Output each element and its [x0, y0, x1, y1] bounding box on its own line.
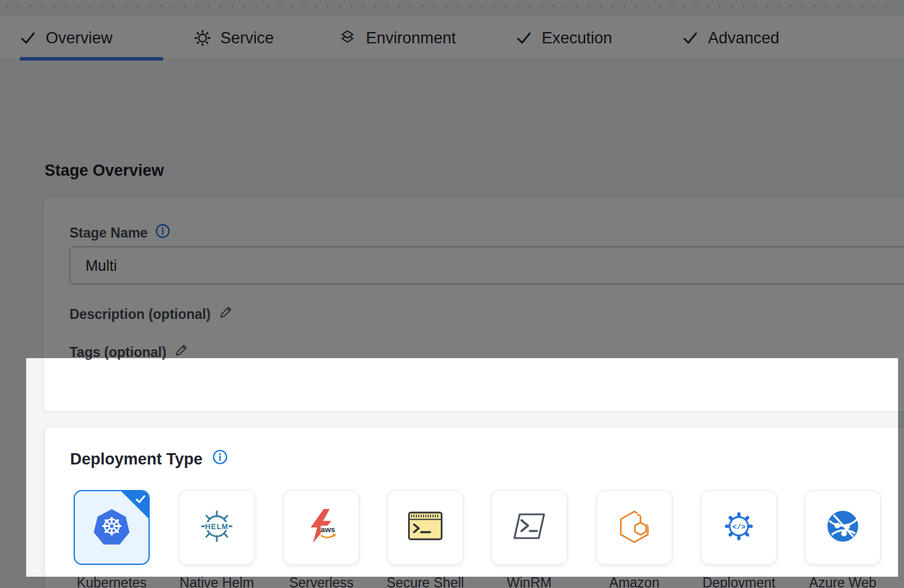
deployment-template-icon: </>: [720, 508, 757, 547]
stage-name-label: Stage Name: [69, 225, 148, 241]
tile-label-winrm: WinRM: [490, 574, 568, 588]
tab-overview[interactable]: Overview: [20, 17, 113, 59]
winrm-icon: [512, 511, 546, 543]
stage-name-input[interactable]: [69, 246, 904, 284]
check-icon: [682, 30, 698, 46]
dot-grid: [6, 5, 897, 7]
deployment-tile-kubernetes[interactable]: ☸: [74, 490, 150, 565]
tab-label: Overview: [46, 29, 113, 48]
tab-label: Environment: [366, 29, 456, 48]
deployment-tile-winrm[interactable]: [491, 490, 567, 565]
selected-check-icon: [135, 494, 146, 507]
amazon-ecs-icon: [617, 509, 652, 546]
check-icon: [20, 30, 36, 46]
helm-icon: HELM: [198, 507, 236, 548]
secure-shell-icon: [407, 511, 443, 544]
edit-pencil-icon[interactable]: [173, 343, 189, 362]
svg-text:HELM: HELM: [205, 523, 228, 531]
deployment-tile-serverless-lambda[interactable]: aws: [283, 490, 359, 565]
description-label: Description (optional): [69, 306, 211, 323]
stage-tabbar: Overview Service Environment: [0, 17, 904, 61]
tile-label-azure-web-apps: Azure Web Apps: [804, 574, 882, 588]
tab-environment[interactable]: Environment: [339, 17, 456, 59]
azure-web-apps-icon: [826, 509, 860, 546]
tile-label-native-helm: Native Helm: [178, 574, 256, 588]
deployment-tile-amazon-ecs[interactable]: [596, 490, 672, 565]
info-icon[interactable]: [155, 223, 170, 242]
tab-execution[interactable]: Execution: [516, 17, 612, 59]
svg-text:</>: </>: [732, 523, 745, 532]
svg-text:aws: aws: [321, 525, 336, 534]
stage-name-label-row: Stage Name: [69, 223, 170, 242]
deployment-type-title: Deployment Type: [70, 450, 203, 469]
tags-label: Tags (optional): [69, 344, 166, 361]
check-icon: [516, 30, 532, 46]
tab-label: Execution: [542, 29, 612, 48]
tab-label: Service: [220, 29, 274, 48]
tile-label-kubernetes: Kubernetes: [72, 574, 151, 588]
deployment-tile-secure-shell[interactable]: [387, 490, 463, 565]
deployment-tile-native-helm[interactable]: HELM: [179, 490, 255, 565]
deployment-tile-deployment-template[interactable]: </>: [701, 490, 777, 565]
tab-label: Advanced: [708, 29, 779, 48]
description-label-row: Description (optional): [69, 305, 233, 324]
tags-label-row: Tags (optional): [69, 343, 189, 362]
pipeline-canvas-strip: [0, 0, 904, 17]
stage-overview-card: Stage Name Description (optional) Tags (…: [43, 197, 904, 412]
tile-label-secure-shell: Secure Shell: [386, 574, 464, 588]
tile-label-deployment-template: Deployment Template: [700, 574, 778, 588]
deployment-type-title-row: Deployment Type: [70, 449, 228, 469]
serverless-aws-icon: aws: [304, 508, 339, 547]
tab-advanced[interactable]: Advanced: [682, 17, 779, 59]
tile-label-serverless-lambda: Serverless Lambda: [282, 574, 361, 588]
tab-service[interactable]: Service: [194, 17, 274, 59]
stage-content: Stage Overview Stage Name Description (o…: [0, 61, 904, 588]
page-title: Stage Overview: [45, 162, 164, 180]
deployment-tile-azure-web-apps[interactable]: [805, 490, 881, 565]
layers-icon: [339, 29, 356, 47]
edit-pencil-icon[interactable]: [218, 305, 233, 324]
tile-label-amazon-ecs: Amazon ECS: [595, 574, 674, 588]
gear-icon: [194, 30, 211, 46]
info-icon[interactable]: [212, 449, 228, 469]
